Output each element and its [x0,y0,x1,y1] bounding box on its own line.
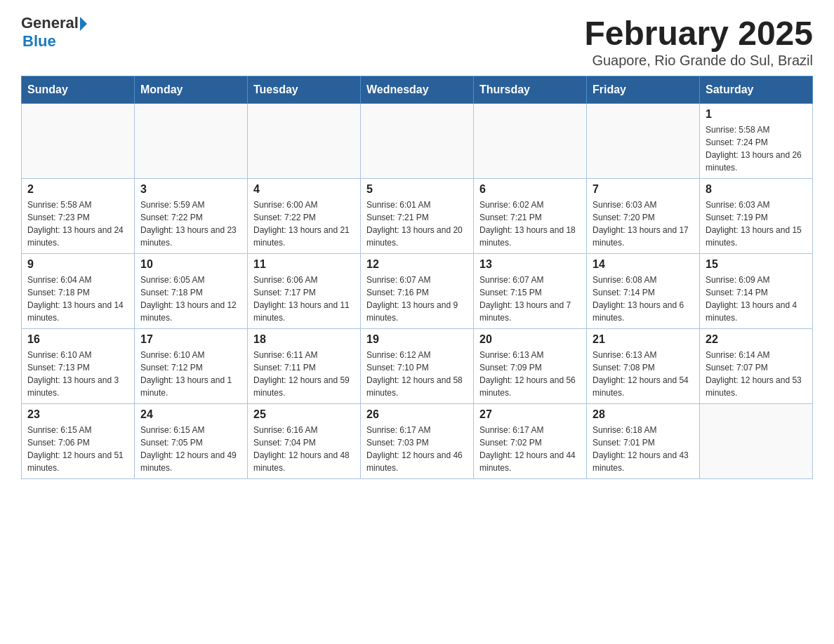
logo-general-text: General [21,14,79,32]
day-info: Sunrise: 6:10 AM Sunset: 7:13 PM Dayligh… [27,349,128,399]
day-info: Sunrise: 6:00 AM Sunset: 7:22 PM Dayligh… [253,199,355,249]
calendar-week-row: 2Sunrise: 5:58 AM Sunset: 7:23 PM Daylig… [22,179,813,254]
title-section: February 2025 Guapore, Rio Grande do Sul… [584,14,813,69]
day-number: 24 [140,408,241,421]
day-info: Sunrise: 5:59 AM Sunset: 7:22 PM Dayligh… [140,199,241,249]
table-row: 4Sunrise: 6:00 AM Sunset: 7:22 PM Daylig… [248,179,361,254]
table-row: 24Sunrise: 6:15 AM Sunset: 7:05 PM Dayli… [135,404,248,479]
day-number: 12 [366,258,468,271]
table-row [248,104,361,179]
table-row [22,104,135,179]
logo-blue-text: Blue [22,32,56,51]
table-row: 20Sunrise: 6:13 AM Sunset: 7:09 PM Dayli… [474,329,587,404]
day-info: Sunrise: 6:03 AM Sunset: 7:20 PM Dayligh… [593,199,694,249]
calendar-subtitle: Guapore, Rio Grande do Sul, Brazil [584,53,813,69]
day-info: Sunrise: 6:04 AM Sunset: 7:18 PM Dayligh… [27,274,128,324]
day-info: Sunrise: 6:08 AM Sunset: 7:14 PM Dayligh… [593,274,694,324]
calendar-title: February 2025 [584,14,813,53]
table-row [474,104,587,179]
day-info: Sunrise: 6:17 AM Sunset: 7:03 PM Dayligh… [366,424,468,474]
day-info: Sunrise: 6:06 AM Sunset: 7:17 PM Dayligh… [253,274,355,324]
table-row: 16Sunrise: 6:10 AM Sunset: 7:13 PM Dayli… [22,329,135,404]
day-info: Sunrise: 6:15 AM Sunset: 7:06 PM Dayligh… [27,424,128,474]
calendar-week-row: 23Sunrise: 6:15 AM Sunset: 7:06 PM Dayli… [22,404,813,479]
table-row: 19Sunrise: 6:12 AM Sunset: 7:10 PM Dayli… [361,329,474,404]
day-info: Sunrise: 5:58 AM Sunset: 7:23 PM Dayligh… [27,199,128,249]
day-number: 13 [479,258,581,271]
day-info: Sunrise: 6:16 AM Sunset: 7:04 PM Dayligh… [253,424,355,474]
day-info: Sunrise: 6:18 AM Sunset: 7:01 PM Dayligh… [593,424,694,474]
day-info: Sunrise: 6:12 AM Sunset: 7:10 PM Dayligh… [366,349,468,399]
day-info: Sunrise: 6:17 AM Sunset: 7:02 PM Dayligh… [479,424,581,474]
table-row: 12Sunrise: 6:07 AM Sunset: 7:16 PM Dayli… [361,254,474,329]
table-row: 3Sunrise: 5:59 AM Sunset: 7:22 PM Daylig… [135,179,248,254]
day-info: Sunrise: 6:10 AM Sunset: 7:12 PM Dayligh… [140,349,241,399]
day-number: 10 [140,258,241,271]
page-header: General Blue February 2025 Guapore, Rio … [21,14,813,69]
day-info: Sunrise: 6:03 AM Sunset: 7:19 PM Dayligh… [706,199,807,249]
day-number: 1 [706,108,807,121]
header-sunday: Sunday [22,76,135,104]
header-saturday: Saturday [700,76,813,104]
day-info: Sunrise: 6:09 AM Sunset: 7:14 PM Dayligh… [706,274,807,324]
table-row: 6Sunrise: 6:02 AM Sunset: 7:21 PM Daylig… [474,179,587,254]
day-number: 26 [366,408,468,421]
day-number: 27 [479,408,581,421]
table-row: 22Sunrise: 6:14 AM Sunset: 7:07 PM Dayli… [700,329,813,404]
day-number: 15 [706,258,807,271]
table-row: 1Sunrise: 5:58 AM Sunset: 7:24 PM Daylig… [700,104,813,179]
calendar-week-row: 16Sunrise: 6:10 AM Sunset: 7:13 PM Dayli… [22,329,813,404]
day-number: 9 [27,258,128,271]
day-number: 16 [27,333,128,346]
day-info: Sunrise: 6:05 AM Sunset: 7:18 PM Dayligh… [140,274,241,324]
day-number: 8 [706,183,807,196]
day-number: 18 [253,333,355,346]
day-number: 21 [593,333,694,346]
day-info: Sunrise: 5:58 AM Sunset: 7:24 PM Dayligh… [706,123,807,174]
day-info: Sunrise: 6:14 AM Sunset: 7:07 PM Dayligh… [706,349,807,399]
header-friday: Friday [587,76,700,104]
table-row: 2Sunrise: 5:58 AM Sunset: 7:23 PM Daylig… [22,179,135,254]
table-row [361,104,474,179]
day-number: 28 [593,408,694,421]
calendar-header-row: Sunday Monday Tuesday Wednesday Thursday… [22,76,813,104]
table-row: 7Sunrise: 6:03 AM Sunset: 7:20 PM Daylig… [587,179,700,254]
header-thursday: Thursday [474,76,587,104]
day-number: 17 [140,333,241,346]
calendar-table: Sunday Monday Tuesday Wednesday Thursday… [21,76,813,479]
header-monday: Monday [135,76,248,104]
table-row: 18Sunrise: 6:11 AM Sunset: 7:11 PM Dayli… [248,329,361,404]
table-row: 10Sunrise: 6:05 AM Sunset: 7:18 PM Dayli… [135,254,248,329]
day-number: 7 [593,183,694,196]
table-row: 17Sunrise: 6:10 AM Sunset: 7:12 PM Dayli… [135,329,248,404]
logo-arrow-icon [80,17,87,31]
table-row: 15Sunrise: 6:09 AM Sunset: 7:14 PM Dayli… [700,254,813,329]
table-row: 27Sunrise: 6:17 AM Sunset: 7:02 PM Dayli… [474,404,587,479]
table-row: 13Sunrise: 6:07 AM Sunset: 7:15 PM Dayli… [474,254,587,329]
table-row: 21Sunrise: 6:13 AM Sunset: 7:08 PM Dayli… [587,329,700,404]
day-number: 23 [27,408,128,421]
day-number: 4 [253,183,355,196]
logo: General Blue [21,14,87,51]
day-info: Sunrise: 6:15 AM Sunset: 7:05 PM Dayligh… [140,424,241,474]
day-number: 19 [366,333,468,346]
calendar-week-row: 1Sunrise: 5:58 AM Sunset: 7:24 PM Daylig… [22,104,813,179]
day-number: 14 [593,258,694,271]
day-info: Sunrise: 6:13 AM Sunset: 7:09 PM Dayligh… [479,349,581,399]
table-row [135,104,248,179]
day-number: 11 [253,258,355,271]
calendar-week-row: 9Sunrise: 6:04 AM Sunset: 7:18 PM Daylig… [22,254,813,329]
day-number: 6 [479,183,581,196]
table-row: 8Sunrise: 6:03 AM Sunset: 7:19 PM Daylig… [700,179,813,254]
day-info: Sunrise: 6:01 AM Sunset: 7:21 PM Dayligh… [366,199,468,249]
table-row: 11Sunrise: 6:06 AM Sunset: 7:17 PM Dayli… [248,254,361,329]
table-row: 14Sunrise: 6:08 AM Sunset: 7:14 PM Dayli… [587,254,700,329]
header-wednesday: Wednesday [361,76,474,104]
table-row: 28Sunrise: 6:18 AM Sunset: 7:01 PM Dayli… [587,404,700,479]
table-row [700,404,813,479]
day-info: Sunrise: 6:13 AM Sunset: 7:08 PM Dayligh… [593,349,694,399]
table-row: 9Sunrise: 6:04 AM Sunset: 7:18 PM Daylig… [22,254,135,329]
table-row [587,104,700,179]
day-info: Sunrise: 6:11 AM Sunset: 7:11 PM Dayligh… [253,349,355,399]
day-number: 25 [253,408,355,421]
